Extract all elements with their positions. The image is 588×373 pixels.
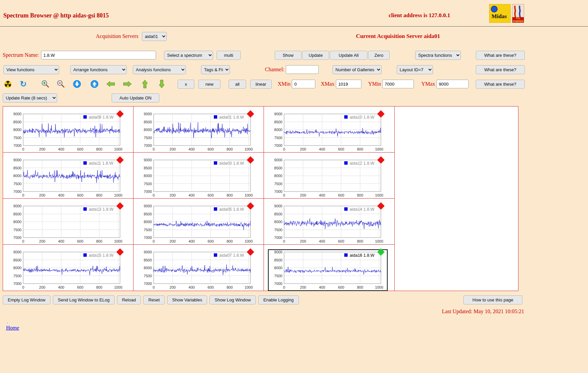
spectrum-panel-aida01[interactable]: 7000750080008500900002004006008001000aid…	[133, 107, 264, 153]
svg-text:9000: 9000	[13, 112, 22, 116]
update-all-button[interactable]: Update All	[330, 51, 367, 60]
all-button[interactable]: all	[229, 80, 246, 89]
enable-logging-button[interactable]: Enable Logging	[258, 295, 299, 304]
empty-gallery-column	[394, 107, 518, 291]
radiation-icon[interactable]	[3, 80, 12, 88]
svg-text:7000: 7000	[13, 236, 22, 240]
view-functions-dropdown[interactable]: View functions	[3, 65, 59, 74]
acquisition-server-select[interactable]: aida01	[142, 32, 167, 41]
ymax-label: YMax	[421, 81, 435, 87]
svg-text:400: 400	[319, 239, 325, 243]
spectrum-panel-aida03[interactable]: 7000750080008500900002004006008001000aid…	[133, 153, 264, 199]
spectrum-panel-aida15[interactable]: 7000750080008500900002004006008001000aid…	[3, 245, 133, 291]
svg-text:8000: 8000	[144, 266, 152, 270]
reset-button[interactable]: Reset	[143, 295, 165, 304]
scroll-down-icon[interactable]	[73, 80, 81, 88]
ymax-input[interactable]	[436, 80, 469, 88]
spectrum-panel-aida11[interactable]: 7000750080008500900002004006008001000aid…	[3, 153, 133, 199]
analysis-functions-dropdown[interactable]: Analysis functions	[133, 65, 186, 74]
client-address: client address is 127.0.0.1	[389, 12, 450, 19]
show-log-window-button[interactable]: Show Log Window	[209, 295, 256, 304]
select-spectrum-dropdown[interactable]: Select a spectrum	[164, 51, 213, 60]
pan-right-icon[interactable]	[123, 80, 132, 88]
multi-button[interactable]: multi	[217, 51, 241, 60]
spectrum-panel-aida16[interactable]: 7000750080008500900002004006008001000aid…	[264, 245, 394, 291]
svg-text:600: 600	[338, 193, 344, 197]
pan-left-icon[interactable]	[106, 80, 115, 88]
spectrum-panel-aida07[interactable]: 7000750080008500900002004006008001000aid…	[133, 245, 264, 291]
xmin-input[interactable]	[292, 80, 315, 88]
arrange-functions-dropdown[interactable]: Arrange functions	[70, 65, 127, 74]
x-button[interactable]: x	[178, 80, 194, 89]
pan-up-icon[interactable]	[141, 80, 149, 88]
spectrum-panel-aida14[interactable]: 7000750080008500900002004006008001000aid…	[264, 199, 394, 245]
svg-text:7500: 7500	[274, 274, 282, 278]
zoom-in-icon[interactable]	[41, 80, 50, 88]
spectrum-chart-svg: 7000750080008500900002004006008001000aid…	[138, 204, 257, 244]
chart-aida01: 7000750080008500900002004006008001000aid…	[138, 111, 257, 153]
show-variables-button[interactable]: Show Variables	[167, 295, 207, 304]
chart-aida15: 7000750080008500900002004006008001000aid…	[7, 249, 127, 291]
spectrum-chart-svg: 7000750080008500900002004006008001000aid…	[269, 250, 387, 290]
svg-text:8500: 8500	[144, 258, 152, 262]
svg-text:1000: 1000	[244, 193, 252, 197]
spectrum-panel-aida12[interactable]: 7000750080008500900002004006008001000aid…	[264, 153, 394, 199]
svg-text:600: 600	[207, 239, 213, 243]
svg-text:200: 200	[169, 239, 175, 243]
svg-text:7500: 7500	[144, 274, 152, 278]
chart-aida09: 7000750080008500900002004006008001000aid…	[7, 111, 127, 153]
svg-text:0: 0	[22, 285, 24, 289]
svg-text:7000: 7000	[144, 282, 152, 286]
what-are-these-button-1[interactable]: What are these?	[476, 51, 525, 60]
zoom-out-icon[interactable]	[56, 80, 65, 88]
xmax-input[interactable]	[336, 80, 361, 88]
spectrum-panel-aida10[interactable]: 7000750080008500900002004006008001000aid…	[264, 107, 394, 153]
home-link[interactable]: Home	[6, 325, 19, 331]
svg-text:400: 400	[319, 147, 325, 151]
functions-row: View functions Arrange functions Analysi…	[0, 65, 588, 75]
spectrum-panel-aida13[interactable]: 7000750080008500900002004006008001000aid…	[3, 199, 133, 245]
empty-log-window-button[interactable]: Empty Log Window	[3, 295, 50, 304]
reload-button[interactable]: Reload	[117, 295, 141, 304]
svg-text:600: 600	[77, 285, 83, 289]
channel-input[interactable]	[286, 65, 319, 74]
new-button[interactable]: new	[198, 80, 221, 89]
svg-text:400: 400	[58, 285, 64, 289]
tags-fits-dropdown[interactable]: Tags & Fits	[201, 65, 230, 74]
svg-text:400: 400	[189, 285, 195, 289]
scroll-up-icon[interactable]	[90, 80, 99, 88]
number-of-galleries-dropdown[interactable]: Number of Galleries	[332, 65, 382, 74]
svg-text:8500: 8500	[13, 258, 22, 262]
svg-text:800: 800	[96, 193, 102, 197]
update-button[interactable]: Update	[302, 51, 329, 60]
spectra-functions-dropdown[interactable]: Spectra functions	[415, 51, 461, 60]
pan-down-icon[interactable]	[157, 80, 166, 88]
linear-button[interactable]: linear	[250, 80, 272, 89]
what-are-these-button-3[interactable]: What are these?	[476, 80, 525, 89]
svg-text:600: 600	[77, 193, 83, 197]
ymin-input[interactable]	[382, 80, 414, 88]
what-are-these-button-2[interactable]: What are these?	[476, 65, 525, 74]
spectrum-name-row: Spectrum Name: Select a spectrum multi S…	[0, 50, 588, 60]
svg-text:8000: 8000	[274, 174, 282, 178]
svg-text:800: 800	[227, 239, 233, 243]
svg-text:8500: 8500	[144, 212, 152, 216]
channel-label: Channel:	[265, 67, 284, 73]
svg-text:8000: 8000	[13, 220, 22, 224]
show-button[interactable]: Show	[275, 51, 302, 60]
svg-text:8000: 8000	[274, 128, 282, 132]
send-log-to-elog-button[interactable]: Send Log Window to ELog	[53, 295, 115, 304]
refresh-icon[interactable]: ↻	[19, 80, 28, 88]
spectrum-panel-aida09[interactable]: 7000750080008500900002004006008001000aid…	[3, 107, 133, 153]
svg-text:0: 0	[153, 147, 155, 151]
svg-text:200: 200	[300, 285, 306, 289]
auto-update-button[interactable]: Auto Update ON	[112, 93, 159, 102]
how-to-use-button[interactable]: How to use this page	[463, 295, 522, 304]
update-rate-dropdown[interactable]: Update Rate (8 secs)	[3, 93, 57, 102]
svg-text:400: 400	[319, 285, 325, 289]
layout-id-dropdown[interactable]: Layout ID=7	[397, 65, 433, 74]
spectrum-panel-aida05[interactable]: 7000750080008500900002004006008001000aid…	[133, 199, 264, 245]
svg-text:800: 800	[357, 239, 363, 243]
zero-button[interactable]: Zero	[368, 51, 390, 60]
spectrum-name-input[interactable]	[41, 51, 156, 59]
